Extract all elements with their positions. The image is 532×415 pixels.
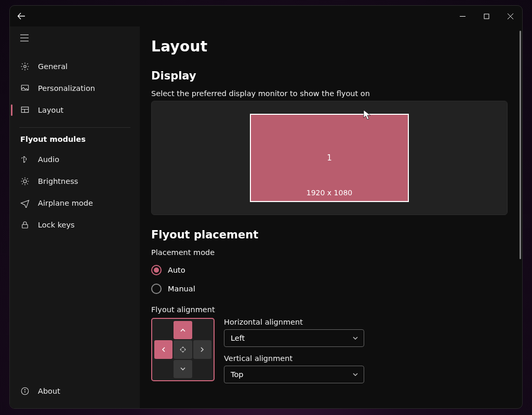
placement-section-title: Flyout placement xyxy=(151,229,508,241)
radio-label: Auto xyxy=(168,266,185,274)
display-section-title: Display xyxy=(151,70,508,82)
gear-icon xyxy=(20,62,30,71)
flyout-alignment-label: Flyout alignment xyxy=(151,305,508,314)
vertical-align-label: Vertical alignment xyxy=(224,354,364,363)
sidebar-item-label: Lock keys xyxy=(38,221,75,229)
radio-label: Manual xyxy=(168,285,195,293)
vertical-align-select[interactable]: Top xyxy=(224,366,364,383)
sidebar-item-lock-keys[interactable]: Lock keys xyxy=(10,214,140,236)
info-icon xyxy=(20,386,30,396)
align-center-button[interactable] xyxy=(174,340,192,358)
app-window: General Personalization Layout Flyout mo… xyxy=(9,5,523,409)
scrollbar[interactable] xyxy=(518,29,521,406)
sidebar-item-brightness[interactable]: Brightness xyxy=(10,170,140,192)
personalization-icon xyxy=(20,84,30,93)
sidebar-section-header: Flyout modules xyxy=(10,135,140,149)
sidebar-item-airplane-mode[interactable]: Airplane mode xyxy=(10,192,140,214)
layout-icon xyxy=(20,105,30,115)
align-right-button[interactable] xyxy=(193,340,211,358)
radio-indicator xyxy=(151,284,162,294)
svg-point-16 xyxy=(25,390,25,390)
svg-rect-9 xyxy=(21,107,29,113)
horizontal-align-label: Horizontal alignment xyxy=(224,318,364,326)
svg-point-12 xyxy=(23,180,26,183)
align-up-button[interactable] xyxy=(174,321,192,339)
sidebar-item-label: Personalization xyxy=(38,84,95,92)
select-value: Top xyxy=(231,370,243,379)
brightness-icon xyxy=(20,177,30,186)
svg-point-7 xyxy=(24,65,26,68)
page-title: Layout xyxy=(151,38,508,55)
close-button[interactable] xyxy=(498,6,522,26)
sidebar-item-label: Airplane mode xyxy=(38,199,93,207)
sidebar-item-label: Layout xyxy=(38,106,63,114)
sidebar-item-audio[interactable]: Audio xyxy=(10,149,140,170)
nav-toggle-button[interactable] xyxy=(10,28,140,48)
sidebar-item-label: General xyxy=(38,62,68,71)
content-area: Layout Display Select the preferred disp… xyxy=(140,26,522,408)
airplane-icon xyxy=(20,198,30,208)
svg-rect-13 xyxy=(22,224,28,228)
horizontal-align-select[interactable]: Left xyxy=(224,329,364,347)
radio-manual[interactable]: Manual xyxy=(151,279,508,298)
chevron-down-icon xyxy=(352,335,358,341)
radio-auto[interactable]: Auto xyxy=(151,261,508,279)
sidebar-item-label: About xyxy=(38,387,60,395)
monitor-resolution: 1920 x 1080 xyxy=(251,189,408,197)
svg-rect-1 xyxy=(484,14,489,19)
align-left-button[interactable] xyxy=(154,340,172,358)
titlebar xyxy=(10,6,522,26)
monitor-number: 1 xyxy=(327,153,332,163)
chevron-down-icon xyxy=(352,371,358,378)
scrollbar-thumb[interactable] xyxy=(520,31,521,259)
maximize-button[interactable] xyxy=(474,6,498,26)
lock-icon xyxy=(20,220,30,230)
sidebar-item-layout[interactable]: Layout xyxy=(10,99,140,121)
display-preview-box: 1 1920 x 1080 xyxy=(151,101,508,215)
radio-indicator xyxy=(151,265,162,275)
monitor-tile[interactable]: 1 1920 x 1080 xyxy=(250,114,409,202)
alignment-pad xyxy=(151,318,215,381)
align-down-button[interactable] xyxy=(174,360,192,378)
sidebar-item-label: Brightness xyxy=(38,177,78,185)
back-button[interactable] xyxy=(17,12,25,20)
sidebar-item-general[interactable]: General xyxy=(10,56,140,77)
sidebar-item-about[interactable]: About xyxy=(10,380,140,402)
display-section-subtitle: Select the preferred display monitor to … xyxy=(151,89,508,98)
audio-icon xyxy=(20,155,30,164)
placement-mode-label: Placement mode xyxy=(151,248,508,257)
sidebar-item-personalization[interactable]: Personalization xyxy=(10,77,140,99)
select-value: Left xyxy=(231,334,245,342)
minimize-button[interactable] xyxy=(450,6,474,26)
sidebar-item-label: Audio xyxy=(38,155,59,164)
sidebar: General Personalization Layout Flyout mo… xyxy=(10,26,140,408)
